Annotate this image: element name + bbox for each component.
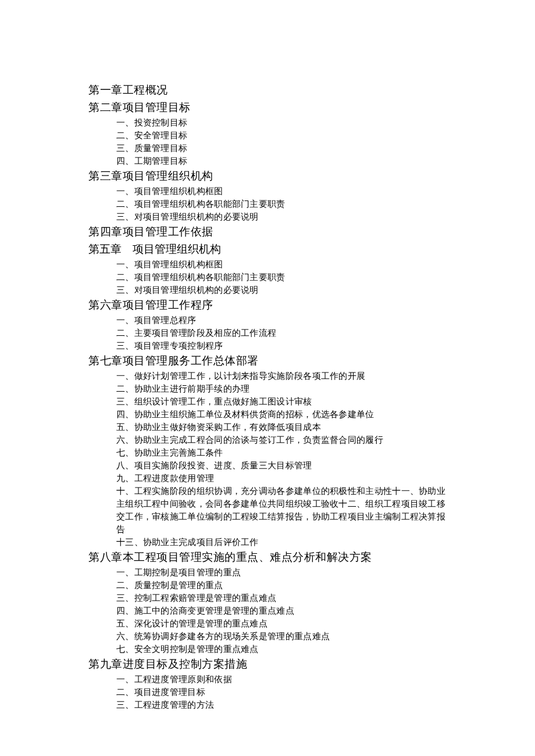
chapter-9-item-1: 一、工程进度管理原则和依据 [88,673,447,686]
chapter-7-item-9: 九、工程进度款使用管理 [88,472,447,485]
chapter-7-item-2: 二、协助业主进行前期手续的办理 [88,382,447,395]
chapter-7-item-1: 一、做好计划管理工作，以计划来指导实施阶段各项工作的开展 [88,370,447,382]
chapter-5-title: 第五章 项目管理组织机构 [88,241,447,258]
chapter-5-item-2: 二、项目管理组织机构各职能部门主要职责 [88,271,447,284]
chapter-3-item-3: 三、对项目管理组织机构的必要说明 [88,210,447,223]
chapter-4-title: 第四章项目管理工作依据 [88,223,447,241]
chapter-5-item-3: 三、对项目管理组织机构的必要说明 [88,284,447,296]
chapter-6-item-1: 一、项目管理总程序 [88,314,447,327]
chapter-2-title: 第二章项目管理目标 [88,99,447,116]
chapter-2-item-3: 三、质量管理目标 [88,142,447,155]
chapter-8-item-5: 五、深化设计的管理是管理的重点难点 [88,617,447,630]
chapter-7-item-6: 六、协助业主完成工程合同的洽谈与签订工作，负责监督合同的履行 [88,433,447,446]
chapter-9-title: 第九章进度目标及控制方案措施 [88,655,447,673]
chapter-8-item-4: 四、施工中的洽商变更管理是管理的重点难点 [88,604,447,617]
chapter-7-item-8: 八、项目实施阶段投资、进度、质量三大目标管理 [88,459,447,472]
chapter-3-item-2: 二、项目管理组织机构各职能部门主要职责 [88,198,447,210]
chapter-9-item-2: 二、项目进度管理目标 [88,686,447,698]
chapter-9-item-3: 三、工程进度管理的方法 [88,698,447,711]
chapter-6-item-3: 三、项目管理专项控制程序 [88,339,447,352]
chapter-7-item-13: 十三、协助业主完成项目后评价工作 [88,536,447,549]
chapter-3-title: 第三章项目管理组织机构 [88,167,447,185]
chapter-7-item-5: 五、协助业主做好物资采购工作，有效降低项目成本 [88,421,447,433]
chapter-2-item-2: 二、安全管理目标 [88,129,447,142]
chapter-2-item-1: 一、投资控制目标 [88,116,447,129]
chapter-7-item-7: 七、协助业主完善施工条件 [88,446,447,459]
chapter-8-item-2: 二、质量控制是管理的重点 [88,579,447,592]
chapter-6-item-2: 二、主要项目管理阶段及相应的工作流程 [88,327,447,339]
chapter-7-item-10-12: 十、工程实施阶段的组织协调，充分调动各参建单位的积极性和主动性十一、协助业主组织… [88,485,447,536]
chapter-8-title: 第八章本工程项目管理实施的重点、难点分析和解决方案 [88,549,447,566]
chapter-7-title: 第七章项目管理服务工作总体部署 [88,352,447,370]
chapter-8-item-6: 六、统筹协调好参建各方的现场关系是管理的重点难点 [88,630,447,643]
chapter-3-item-1: 一、项目管理组织机构框图 [88,185,447,198]
chapter-8-item-1: 一、工期控制是项目管理的重点 [88,566,447,579]
chapter-5-item-1: 一、项目管理组织机构框图 [88,258,447,271]
chapter-1-title: 第一章工程概况 [88,81,447,99]
document-outline: 第一章工程概况 第二章项目管理目标 一、投资控制目标 二、安全管理目标 三、质量… [88,81,447,711]
chapter-8-item-7: 七、安全文明控制是管理的重点难点 [88,643,447,655]
chapter-6-title: 第六章项目管理工作程序 [88,296,447,314]
chapter-7-item-3: 三、组织设计管理工作，重点做好施工图设计审核 [88,395,447,408]
chapter-2-item-4: 四、工期管理目标 [88,155,447,167]
chapter-8-item-3: 三、控制工程索赔管理是管理的重点难点 [88,592,447,604]
chapter-7-item-4: 四、协助业主组织施工单位及材料供货商的招标，优选各参建单位 [88,408,447,421]
